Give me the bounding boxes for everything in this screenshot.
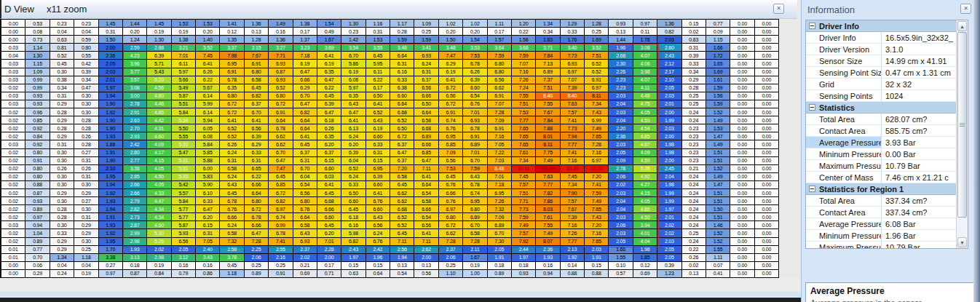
heatmap-cell: 6.52 [220, 132, 244, 140]
property-row[interactable]: Contact Area337.34 cm? [806, 207, 968, 218]
property-row[interactable]: Center of Mass7.46 cm x 21.21 c [806, 172, 968, 183]
section-header-row[interactable]: Statistics for Region 1 [806, 183, 968, 195]
heatmap-cell: 7.01 [463, 108, 487, 116]
heatmap-cell: 0.41 [706, 270, 730, 278]
heatmap-cell: 0.00 [730, 108, 754, 116]
property-row[interactable]: Sensing Point Size0.47 cm x 1.31 cm [806, 67, 968, 79]
heatmap-cell: 3.57 [123, 76, 147, 84]
collapse-minus-icon[interactable] [809, 23, 815, 29]
property-row[interactable]: Sensor Size14.99 cm x 41.91 [806, 55, 968, 67]
heatmap-cell: 0.45 [50, 60, 74, 68]
heatmap-cell: 6.66 [245, 221, 269, 229]
heatmap-cell: 0.00 [730, 20, 754, 28]
heatmap-cell: 4.92 [633, 173, 657, 181]
property-grid-scrollbar[interactable]: ▲ ▼ [956, 20, 968, 248]
heatmap-cell: 1.09 [25, 68, 50, 76]
heatmap-cell: 6.33 [366, 140, 390, 148]
heatmap-cell: 7.34 [561, 181, 585, 189]
view-titlebar[interactable]: D View x11 zoom ✕ [0, 0, 797, 19]
scroll-down-button[interactable]: ▼ [957, 237, 967, 247]
heatmap-cell: 0.83 [682, 36, 706, 44]
heatmap-cell: 4.09 [633, 149, 657, 157]
heatmap-cell: 1.23 [657, 270, 681, 278]
heatmap-cell: 1.59 [706, 84, 730, 92]
property-row[interactable]: Maximum Pressure10.79 Bar [806, 160, 968, 172]
heatmap-cell: 4.85 [147, 108, 171, 116]
heatmap-cell: 2.05 [99, 60, 123, 68]
heatmap-cell: 0.29 [74, 221, 98, 229]
heatmap-cell: 6.24 [341, 173, 365, 181]
heatmap-cell: 1.28 [585, 20, 609, 28]
heatmap-cell: 2.03 [657, 238, 681, 246]
heatmap-cell: 6.37 [317, 149, 341, 157]
heatmap-cell: 1.45 [99, 20, 123, 28]
heatmap-cell: 7.07 [488, 100, 512, 108]
heatmap-cell: 6.47 [390, 149, 414, 157]
heatmap-cell: 0.30 [74, 108, 98, 116]
heatmap-cell: 0.00 [755, 149, 779, 157]
heatmap-cell: 6.91 [439, 108, 463, 116]
heatmap-cell: 5.95 [366, 60, 390, 68]
heatmap-cell: 5.43 [147, 68, 171, 76]
property-label: Mininum Pressure [806, 148, 882, 159]
collapse-minus-icon[interactable] [809, 104, 815, 111]
heatmap-cell: 6.78 [463, 60, 487, 68]
property-row[interactable]: Average Pressure6.08 Bar [806, 218, 968, 230]
property-row[interactable]: Mininum Pressure1.96 Bar [806, 230, 968, 242]
heatmap-cell: 6.95 [366, 165, 390, 173]
heatmap-cell: 0.30 [50, 157, 74, 165]
heatmap-cell: 6.76 [439, 124, 463, 132]
heatmap-cell: 7.51 [512, 189, 536, 197]
heatmap-cell: 8.11 [585, 92, 609, 100]
heatmap-cell: 7.07 [561, 76, 585, 84]
property-row[interactable]: Driver Version3.1.0 [806, 44, 968, 55]
heatmap-cell: 2.02 [657, 221, 681, 229]
heatmap-cell: 0.88 [25, 181, 50, 189]
heatmap-cell: 2.79 [123, 197, 147, 205]
heatmap-cell: 2.06 [609, 221, 633, 229]
heatmap-cell: 5.98 [341, 229, 365, 237]
heatmap-cell: 0.88 [561, 270, 585, 278]
property-row[interactable]: Mininum Pressure0.00 Bar [806, 148, 968, 160]
property-row[interactable]: Total Area337.34 cm? [806, 195, 968, 207]
heatmap-cell: 6.78 [269, 229, 293, 237]
property-row[interactable]: Average Pressure3.93 Bar [806, 137, 968, 148]
property-row[interactable]: Maximum Pressure10.79 Bar [806, 242, 968, 249]
heatmap-cell: 0.22 [512, 28, 536, 36]
property-row[interactable]: Sensing Points1024 [806, 90, 968, 102]
heatmap-cell: 7.86 [536, 197, 560, 205]
heatmap-cell: 6.43 [366, 116, 390, 124]
section-header-row[interactable]: Driver Info [806, 20, 968, 32]
property-row[interactable]: Driver Info16.5x5.9in_32x32_ [806, 32, 968, 44]
property-row[interactable]: Total Area628.07 cm? [806, 114, 968, 125]
info-panel-close-button[interactable]: ✕ [960, 4, 971, 14]
heatmap-cell: 0.16 [536, 262, 560, 270]
scroll-up-button[interactable]: ▲ [957, 21, 967, 31]
heatmap-cell: 7.59 [585, 189, 609, 197]
heatmap-cell: 0.31 [366, 28, 390, 36]
heatmap-cell: 0.02 [1, 229, 25, 237]
scroll-thumb[interactable] [957, 32, 967, 218]
heatmap-cell: 2.03 [609, 189, 633, 197]
heatmap-cell: 5.33 [172, 173, 196, 181]
heatmap-cell: 6.50 [341, 189, 365, 197]
heatmap-cell: 0.03 [1, 76, 25, 84]
heatmap-cell: 6.41 [220, 116, 244, 124]
pressure-heatmap-grid[interactable]: 0.000.530.230.231.451.441.451.531.531.41… [0, 19, 779, 278]
collapse-minus-icon[interactable] [809, 186, 815, 192]
heatmap-cell: 2.10 [657, 76, 681, 84]
heatmap-cell: 6.14 [196, 92, 220, 100]
property-row[interactable]: Grid32 x 32 [806, 79, 968, 90]
heatmap-cell: 0.30 [50, 68, 74, 76]
heatmap-cell: 6.37 [390, 140, 414, 148]
section-header-row[interactable]: Statistics [806, 102, 968, 114]
heatmap-cell: 6.19 [341, 68, 365, 76]
heatmap-cell: 6.41 [245, 116, 269, 124]
heatmap-cell: 6.41 [317, 52, 341, 60]
heatmap-cell: 4.23 [123, 52, 147, 60]
heatmap-cell: 0.24 [682, 181, 706, 189]
property-row[interactable]: Contact Area585.75 cm? [806, 125, 968, 137]
heatmap-cell: 6.72 [390, 132, 414, 140]
view-close-button[interactable]: ✕ [773, 4, 784, 14]
heatmap-cell: 2.05 [609, 149, 633, 157]
